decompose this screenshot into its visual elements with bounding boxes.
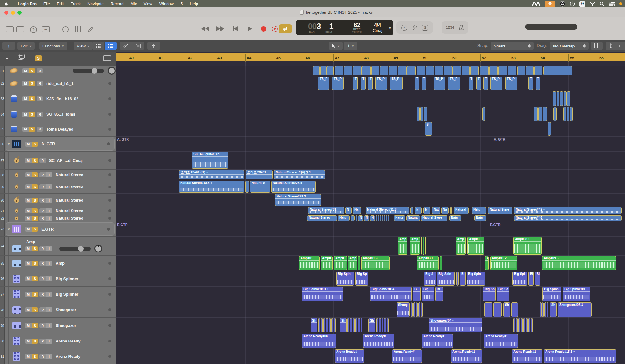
volume-slider[interactable] [73, 69, 104, 73]
audio-region-cell[interactable] [353, 318, 355, 332]
audio-region-cell[interactable] [567, 107, 570, 121]
audio-region[interactable]: Big Spinner#1 [563, 287, 590, 301]
audio-region-cell[interactable] [376, 318, 378, 332]
audio-region-cell[interactable] [534, 107, 538, 121]
pencil-icon[interactable] [88, 26, 94, 32]
input-monitor-button[interactable]: I [46, 198, 52, 203]
audio-region[interactable]: T [422, 77, 426, 90]
logo-icon[interactable] [532, 2, 540, 6]
track-name[interactable]: Shoegazer [56, 323, 107, 328]
mute-button[interactable]: M [25, 216, 32, 221]
audio-region-cell[interactable] [371, 66, 380, 75]
input-monitor-button[interactable]: I [46, 246, 52, 251]
audio-region-cell[interactable] [382, 318, 383, 332]
audio-region-cell[interactable] [382, 215, 383, 221]
audio-region[interactable]: Natural Stereo [307, 215, 337, 221]
rewind-button[interactable] [200, 26, 211, 32]
audio-region-cell[interactable] [567, 91, 570, 106]
audio-region-cell[interactable] [542, 302, 544, 317]
zoom-button[interactable] [18, 11, 22, 15]
track-name[interactable]: SG_85...l_toms [46, 112, 107, 117]
quick-help-icon[interactable]: ? [30, 26, 37, 33]
drag-value-button[interactable]: No Overlap [550, 42, 589, 50]
solo-button[interactable]: S [32, 142, 38, 147]
audio-region[interactable]: N [423, 207, 430, 214]
solo-button[interactable]: S [32, 246, 38, 251]
audio-region-cluster[interactable] [553, 91, 570, 106]
audio-region[interactable]: Natu [338, 215, 350, 221]
audio-region[interactable]: T [353, 77, 358, 90]
track-header-68[interactable]: 68MSRINatural Stereo [0, 170, 116, 180]
record-enable-button[interactable]: R [37, 68, 43, 73]
track-name[interactable]: KJS_flo...b16_02 [46, 97, 107, 101]
metronome-icon[interactable] [459, 25, 464, 30]
audio-region[interactable]: N [370, 215, 375, 221]
audio-region-cluster[interactable] [450, 207, 452, 214]
audio-region[interactable]: Big Sp [497, 287, 509, 301]
audio-region-cell[interactable] [384, 318, 386, 332]
audio-region[interactable]: Arena Ready# [363, 334, 394, 348]
audio-region-cell[interactable] [516, 318, 518, 332]
audio-region[interactable]: T [368, 77, 373, 90]
audio-region[interactable]: Bi [535, 272, 540, 286]
close-button[interactable] [4, 11, 8, 15]
solo-button[interactable]: S [32, 339, 38, 344]
audio-region-cell[interactable] [424, 107, 427, 121]
audio-region[interactable]: TS_P [448, 77, 460, 90]
audio-region-cell[interactable] [421, 237, 422, 255]
mute-button[interactable]: M [25, 292, 32, 297]
audio-region-cell[interactable] [518, 318, 520, 332]
audio-region-cell[interactable] [411, 302, 413, 317]
audio-region[interactable]: TS_P [332, 77, 344, 90]
audio-region-cell[interactable] [327, 66, 334, 75]
audio-region-cell[interactable] [379, 318, 381, 332]
audio-region-cell[interactable] [526, 66, 534, 75]
audio-region[interactable]: Arena Ready# [392, 349, 422, 363]
audio-region[interactable]: Amp [348, 256, 357, 270]
mute-button[interactable]: M [22, 68, 29, 73]
track-header-65[interactable]: 65MSRToms Delayed [0, 122, 116, 137]
mute-button[interactable]: M [22, 96, 29, 101]
menu-item-navigate[interactable]: Navigate [84, 0, 107, 7]
mute-button[interactable]: M [25, 172, 32, 177]
audio-region[interactable]: T [415, 77, 419, 90]
audio-region-cell[interactable] [387, 318, 389, 332]
audio-region[interactable]: Amp#11.2 [490, 256, 517, 270]
audio-region-cell[interactable] [480, 66, 489, 75]
audio-region-cell[interactable] [498, 66, 507, 75]
audio-region-cell[interactable] [538, 107, 542, 121]
record-enable-button[interactable]: R [39, 198, 46, 203]
mute-button[interactable]: M [22, 127, 29, 132]
audio-region-cell[interactable] [389, 66, 398, 75]
audio-region[interactable] [484, 302, 492, 317]
audio-region[interactable]: N [345, 207, 352, 214]
audio-region-cell[interactable] [547, 302, 549, 317]
audio-region-cell[interactable] [320, 66, 327, 75]
audio-region[interactable]: Amp [410, 237, 420, 255]
audio-region-cell[interactable] [543, 107, 547, 121]
search-icon[interactable] [600, 2, 604, 6]
audio-region[interactable]: Sh [550, 302, 557, 317]
count-in-button[interactable]: 1234 [446, 25, 454, 30]
mixer-icon[interactable] [75, 26, 81, 32]
play-button[interactable] [244, 26, 255, 32]
audio-region-cluster[interactable] [421, 237, 426, 255]
audio-region-cell[interactable] [534, 66, 542, 75]
mute-button[interactable]: M [25, 142, 32, 147]
loop-tool-button[interactable] [132, 42, 144, 50]
audio-region[interactable]: Bi [460, 272, 466, 286]
audio-region-cell[interactable] [350, 318, 352, 332]
audio-region[interactable] [440, 256, 442, 270]
audio-region-cell[interactable] [451, 207, 452, 214]
duplicate-track-icon[interactable] [18, 55, 23, 60]
audio-region[interactable]: Big [422, 287, 434, 301]
audio-region[interactable]: N [364, 215, 369, 221]
mute-button[interactable]: M [25, 198, 32, 203]
audio-region[interactable] [245, 181, 249, 193]
track-name[interactable]: Big Spinner [56, 292, 107, 297]
audio-region-cluster[interactable] [417, 66, 479, 75]
solo-button[interactable]: S [32, 208, 38, 213]
solo-button[interactable]: S [32, 261, 38, 266]
audio-region[interactable]: Amp#01.3 [361, 256, 390, 270]
audio-region[interactable]: TS_P [490, 77, 502, 90]
